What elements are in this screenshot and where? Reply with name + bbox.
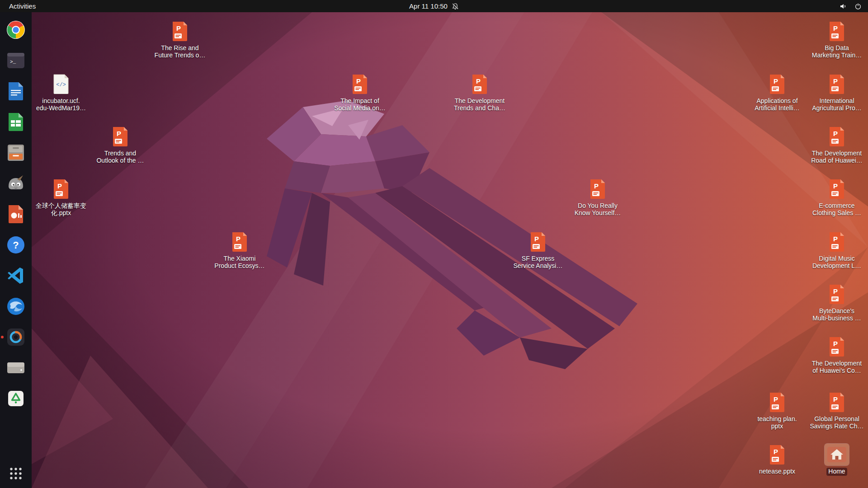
svg-text:</>: </>: [56, 82, 66, 88]
desktop-icon[interactable]: P ByteDance's Multi-business …: [807, 283, 866, 322]
desktop-icon[interactable]: P The Development Road of Huawei…: [807, 126, 866, 164]
files-icon: [6, 144, 25, 162]
desktop-icon[interactable]: Home: [807, 444, 866, 476]
desktop-icon[interactable]: P The Rise and Future Trends o…: [151, 20, 209, 59]
dock-item-firefox[interactable]: [5, 326, 27, 348]
svg-text:?: ?: [13, 239, 19, 251]
dock-item-vscode[interactable]: [5, 265, 27, 286]
desktop-icon[interactable]: P Applications of Artificial Intelli…: [748, 73, 807, 112]
pptx-file-icon: P: [825, 20, 849, 42]
desktop-icon[interactable]: </> incubator.ucf. edu-WedMar19…: [32, 73, 90, 112]
pptx-file-icon: P: [467, 73, 492, 95]
dock-item-writer[interactable]: [5, 80, 27, 102]
pptx-file-icon: P: [168, 20, 192, 42]
home-folder-icon: [825, 444, 849, 465]
calc-icon: [7, 113, 24, 131]
desktop-icon-label: incubator.ucf. edu-WedMar19…: [34, 97, 88, 112]
desktop-icon[interactable]: P teaching plan. pptx: [748, 391, 807, 430]
code-file-icon: </>: [49, 73, 73, 95]
svg-text:P: P: [774, 448, 778, 455]
svg-text:P: P: [833, 24, 838, 32]
desktop-icon[interactable]: P Trends and Outlook of the …: [91, 126, 150, 164]
dock-item-terminal[interactable]: >_: [5, 50, 27, 71]
pptx-file-icon: P: [526, 231, 550, 253]
desktop-icon-label: Do You Really Know Yourself…: [573, 202, 623, 217]
pptx-file-icon: P: [825, 336, 849, 357]
thunderbird-icon: [6, 297, 25, 316]
desktop-icon-label: Digital Music Development L…: [811, 255, 863, 270]
dock-item-trash[interactable]: [5, 388, 27, 409]
clock-menu[interactable]: Apr 11 10:50: [409, 0, 459, 12]
desktop-icon-label: 全球个人储蓄率变 化.pptx: [34, 202, 88, 217]
svg-text:P: P: [117, 130, 121, 137]
desktop-icon[interactable]: P Big Data Marketing Train…: [807, 20, 866, 59]
desktop-icon[interactable]: P netease.pptx: [748, 444, 807, 476]
power-icon: [854, 3, 862, 10]
desktop-icon[interactable]: P The Impact of Social Media on…: [330, 73, 389, 112]
desktop-icon[interactable]: P The Development of Huawei's Co…: [807, 336, 866, 375]
terminal-icon: >_: [6, 51, 25, 70]
desktop[interactable]: P The Rise and Future Trends o… P Big Da…: [32, 12, 868, 488]
svg-text:P: P: [833, 235, 838, 243]
desktop-icon-label: The Rise and Future Trends o…: [153, 44, 208, 59]
pptx-file-icon: P: [348, 73, 372, 95]
svg-text:P: P: [833, 287, 838, 295]
clock-text: Apr 11 10:50: [409, 2, 448, 10]
svg-text:P: P: [833, 77, 838, 85]
impress-icon: [7, 205, 24, 224]
desktop-icon-label: Home: [826, 468, 847, 476]
svg-text:>_: >_: [10, 59, 16, 65]
svg-text:P: P: [833, 340, 838, 347]
dock-item-thunderbird[interactable]: [5, 296, 27, 317]
dock-item-calc[interactable]: [5, 111, 27, 133]
pptx-file-icon: P: [825, 126, 849, 147]
volume-icon: [840, 3, 848, 10]
notifications-muted-icon: [452, 3, 459, 10]
desktop-icon[interactable]: P 全球个人储蓄率变 化.pptx: [32, 178, 90, 217]
dock: >_ ?: [0, 12, 32, 488]
desktop-icon[interactable]: P Do You Really Know Yourself…: [568, 178, 627, 217]
dock-item-files[interactable]: [5, 142, 27, 164]
desktop-icon-label: Global Personal Savings Rate Ch…: [808, 415, 865, 430]
svg-text:P: P: [534, 235, 539, 243]
svg-text:P: P: [236, 235, 241, 243]
dock-item-help[interactable]: ?: [5, 234, 27, 256]
desktop-icon[interactable]: P E-commerce Clothing Sales …: [807, 178, 866, 217]
svg-text:P: P: [356, 77, 361, 85]
svg-text:P: P: [774, 395, 778, 403]
help-icon: ?: [6, 235, 25, 254]
svg-text:P: P: [833, 395, 838, 403]
desktop-icon-label: International Agricultural Pro…: [810, 97, 863, 112]
dock-items: >_ ?: [5, 19, 27, 409]
pptx-file-icon: P: [825, 391, 849, 413]
desktop-icon-label: teaching plan. pptx: [755, 415, 798, 430]
activities-button[interactable]: Activities: [0, 0, 45, 12]
ubuntu-desktop-screen: Activities Apr 11 10:50: [0, 0, 868, 488]
dock-item-chrome[interactable]: [5, 19, 27, 41]
pptx-file-icon: P: [765, 444, 789, 465]
pptx-file-icon: P: [108, 126, 132, 147]
desktop-icon[interactable]: P The Xiaomi Product Ecosys…: [210, 231, 269, 270]
drive-icon: [6, 360, 25, 376]
dock-item-impress[interactable]: [5, 203, 27, 225]
dock-item-gimp[interactable]: [5, 173, 27, 194]
desktop-icon-label: The Development of Huawei's Co…: [810, 360, 864, 375]
desktop-icon[interactable]: P Global Personal Savings Rate Ch…: [807, 391, 866, 430]
svg-text:P: P: [833, 130, 838, 137]
system-status-area[interactable]: [840, 0, 868, 12]
desktop-icon-label: ByteDance's Multi-business …: [811, 307, 863, 322]
desktop-icon-label: Applications of Artificial Intelli…: [753, 97, 802, 112]
pptx-file-icon: P: [825, 178, 849, 200]
desktop-icon[interactable]: P Digital Music Development L…: [807, 231, 866, 270]
dock-item-drive[interactable]: [5, 357, 27, 379]
svg-text:P: P: [594, 182, 599, 190]
trash-icon: [7, 389, 25, 408]
top-bar: Activities Apr 11 10:50: [0, 0, 868, 12]
pptx-file-icon: P: [585, 178, 610, 200]
desktop-icon[interactable]: P The Development Trends and Cha…: [450, 73, 509, 112]
desktop-icon[interactable]: P SF Express Service Analysi…: [509, 231, 567, 270]
pptx-file-icon: P: [765, 73, 789, 95]
show-applications-button[interactable]: [5, 465, 27, 483]
pptx-file-icon: P: [227, 231, 252, 253]
desktop-icon[interactable]: P International Agricultural Pro…: [807, 73, 866, 112]
